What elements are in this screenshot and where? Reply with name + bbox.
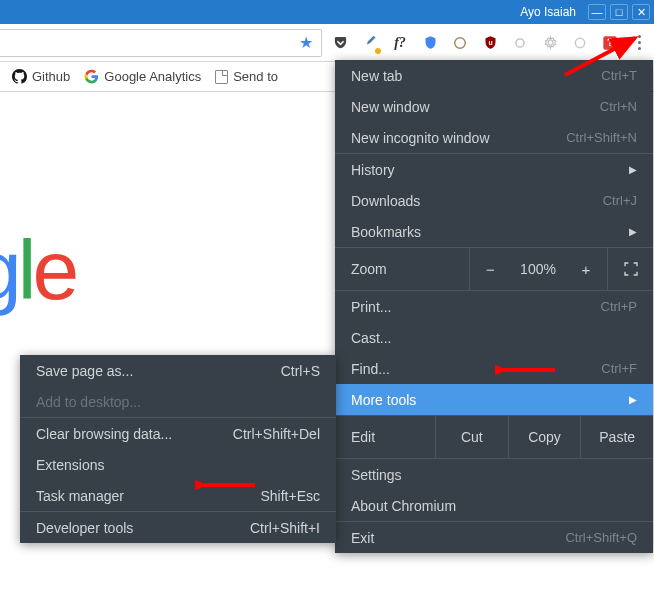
pocket-icon[interactable] bbox=[332, 35, 348, 51]
window-minimize-button[interactable]: — bbox=[588, 4, 606, 20]
page-icon bbox=[215, 70, 228, 84]
shield-blue-icon[interactable] bbox=[422, 35, 438, 51]
ublock-icon[interactable]: u bbox=[482, 35, 498, 51]
chevron-right-icon: ▶ bbox=[629, 164, 637, 175]
gear-outline-icon[interactable] bbox=[542, 35, 558, 51]
menu-edit-row: Edit Cut Copy Paste bbox=[335, 416, 653, 458]
bookmark-send-to[interactable]: Send to bbox=[215, 69, 278, 84]
fullscreen-button[interactable] bbox=[607, 248, 653, 290]
menu-about[interactable]: About Chromium bbox=[335, 490, 653, 521]
user-name: Ayo Isaiah bbox=[512, 5, 584, 19]
submenu-extensions[interactable]: Extensions bbox=[20, 449, 336, 480]
menu-history[interactable]: History▶ bbox=[335, 154, 653, 185]
cut-button[interactable]: Cut bbox=[435, 416, 508, 458]
bookmark-star-icon[interactable]: ★ bbox=[299, 33, 313, 52]
submenu-developer-tools[interactable]: Developer toolsCtrl+Shift+I bbox=[20, 512, 336, 543]
zoom-value: 100% bbox=[511, 261, 565, 277]
menu-new-tab[interactable]: New tabCtrl+T bbox=[335, 60, 653, 91]
submenu-task-manager[interactable]: Task managerShift+Esc bbox=[20, 480, 336, 511]
window-close-button[interactable]: ✕ bbox=[632, 4, 650, 20]
svg-text:?: ? bbox=[607, 37, 613, 48]
zoom-in-button[interactable]: + bbox=[565, 248, 607, 290]
copy-button[interactable]: Copy bbox=[508, 416, 581, 458]
google-logo-fragment: gle bbox=[0, 222, 75, 319]
window-maximize-button[interactable]: □ bbox=[610, 4, 628, 20]
menu-exit[interactable]: ExitCtrl+Shift+Q bbox=[335, 522, 653, 553]
chevron-right-icon: ▶ bbox=[629, 394, 637, 405]
menu-downloads[interactable]: DownloadsCtrl+J bbox=[335, 185, 653, 216]
bookmark-label: Google Analytics bbox=[104, 69, 201, 84]
extension-icons-area: f? u ? bbox=[328, 35, 628, 51]
menu-print[interactable]: Print...Ctrl+P bbox=[335, 291, 653, 322]
svg-text:u: u bbox=[488, 39, 492, 46]
eyedropper-icon[interactable] bbox=[362, 35, 378, 51]
help-red-icon[interactable]: ? bbox=[602, 35, 618, 51]
chrome-main-menu: New tabCtrl+T New windowCtrl+N New incog… bbox=[335, 60, 653, 553]
svg-point-3 bbox=[575, 38, 584, 47]
address-bar[interactable]: ★ bbox=[0, 29, 322, 57]
chrome-menu-button[interactable] bbox=[628, 29, 650, 57]
bookmark-github[interactable]: Github bbox=[12, 69, 70, 84]
circle-grey-icon[interactable] bbox=[512, 35, 528, 51]
github-icon bbox=[12, 69, 27, 84]
svg-point-2 bbox=[516, 38, 524, 46]
chevron-right-icon: ▶ bbox=[629, 226, 637, 237]
browser-toolbar: ★ f? u ? bbox=[0, 24, 654, 62]
bookmark-label: Github bbox=[32, 69, 70, 84]
menu-bookmarks[interactable]: Bookmarks▶ bbox=[335, 216, 653, 247]
google-g-icon bbox=[84, 69, 99, 84]
submenu-save-page[interactable]: Save page as...Ctrl+S bbox=[20, 355, 336, 386]
submenu-add-to-desktop: Add to desktop... bbox=[20, 386, 336, 417]
edit-label: Edit bbox=[335, 429, 435, 445]
menu-settings[interactable]: Settings bbox=[335, 459, 653, 490]
submenu-clear-browsing-data[interactable]: Clear browsing data...Ctrl+Shift+Del bbox=[20, 418, 336, 449]
bookmark-google-analytics[interactable]: Google Analytics bbox=[84, 69, 201, 84]
menu-new-incognito[interactable]: New incognito windowCtrl+Shift+N bbox=[335, 122, 653, 153]
menu-find[interactable]: Find...Ctrl+F bbox=[335, 353, 653, 384]
zoom-label: Zoom bbox=[335, 261, 469, 277]
paste-button[interactable]: Paste bbox=[580, 416, 653, 458]
bookmark-label: Send to bbox=[233, 69, 278, 84]
window-titlebar: Ayo Isaiah — □ ✕ bbox=[0, 0, 654, 24]
menu-zoom-row: Zoom − 100% + bbox=[335, 248, 653, 290]
more-tools-submenu: Save page as...Ctrl+S Add to desktop... … bbox=[20, 355, 336, 543]
zoom-out-button[interactable]: − bbox=[469, 248, 511, 290]
circle-light-icon[interactable] bbox=[572, 35, 588, 51]
svg-point-0 bbox=[455, 37, 466, 48]
menu-cast[interactable]: Cast... bbox=[335, 322, 653, 353]
f-question-icon[interactable]: f? bbox=[392, 35, 408, 51]
circle-icon[interactable] bbox=[452, 35, 468, 51]
menu-more-tools[interactable]: More tools▶ bbox=[335, 384, 653, 415]
menu-new-window[interactable]: New windowCtrl+N bbox=[335, 91, 653, 122]
